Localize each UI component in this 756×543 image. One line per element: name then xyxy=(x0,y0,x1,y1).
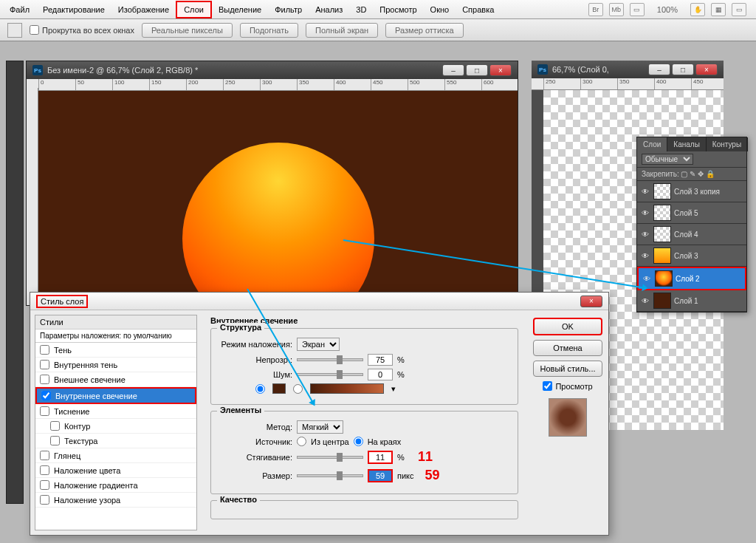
ruler-horizontal: 050100150200250300350400450500550600650 xyxy=(27,79,518,91)
tools-palette[interactable] xyxy=(6,61,24,504)
source-center-radio[interactable] xyxy=(297,437,306,446)
layer-thumb[interactable] xyxy=(653,205,671,221)
choke-input[interactable] xyxy=(368,451,393,464)
style-innershadow[interactable]: Внутренняя тень xyxy=(35,358,196,372)
ok-button[interactable]: OK xyxy=(533,318,602,335)
noise-slider[interactable] xyxy=(297,373,363,376)
minimize-icon[interactable]: – xyxy=(442,64,464,76)
size-slider[interactable] xyxy=(297,474,363,477)
cancel-button[interactable]: Отмена xyxy=(533,340,602,356)
visibility-icon[interactable]: 👁 xyxy=(640,250,650,261)
fit-btn[interactable]: Подогнать xyxy=(240,23,298,38)
fullscreen-btn[interactable]: Полный экран xyxy=(306,23,378,38)
menu-image[interactable]: Изображение xyxy=(111,2,176,17)
style-dropshadow[interactable]: Тень xyxy=(35,343,196,358)
newstyle-button[interactable]: Новый стиль... xyxy=(533,361,602,377)
bridge-icon[interactable]: Br xyxy=(588,3,603,16)
layer-thumb[interactable] xyxy=(655,270,673,287)
preview-swatch xyxy=(549,398,587,437)
tool-preset[interactable] xyxy=(7,23,22,38)
lock-move-icon[interactable]: ✥ xyxy=(698,170,704,178)
menu-view[interactable]: Просмотр xyxy=(373,2,423,17)
style-texture[interactable]: Текстура xyxy=(35,434,196,448)
screen-icon[interactable]: ▭ xyxy=(630,3,645,16)
menu-edit[interactable]: Редактирование xyxy=(36,2,111,17)
layers-panel: Слои Каналы Контуры Обычные Закрепить: ▢… xyxy=(636,137,747,313)
lock-paint-icon[interactable]: ✎ xyxy=(690,170,695,178)
layer-item-selected[interactable]: 👁Слой 2 xyxy=(637,267,746,290)
lock-row: Закрепить: ▢ ✎ ✥ 🔒 xyxy=(637,168,746,181)
source-edge-radio[interactable] xyxy=(354,437,363,446)
visibility-icon[interactable]: 👁 xyxy=(642,273,652,284)
color-radio[interactable] xyxy=(255,384,265,394)
menu-window[interactable]: Окно xyxy=(424,2,456,17)
opacity-input[interactable] xyxy=(368,354,393,366)
style-contour[interactable]: Контур xyxy=(35,419,196,434)
layer-item[interactable]: 👁Слой 4 xyxy=(637,224,746,245)
menu-layers[interactable]: Слои xyxy=(176,1,212,18)
close-icon[interactable]: × xyxy=(489,64,512,76)
layer-thumb[interactable] xyxy=(653,293,671,309)
layer-thumb[interactable] xyxy=(653,247,671,264)
lock-all-icon[interactable]: 🔒 xyxy=(706,170,715,178)
quality-legend: Качество xyxy=(217,495,260,504)
styles-header[interactable]: Стили xyxy=(35,315,196,329)
arrange-icon[interactable]: ▦ xyxy=(711,3,726,16)
gradient-picker[interactable] xyxy=(310,383,384,394)
technique-select[interactable]: Мягкий xyxy=(297,420,343,434)
dialog-title: Стиль слоя xyxy=(36,295,88,308)
menu-select[interactable]: Выделение xyxy=(212,2,268,17)
layer-thumb[interactable] xyxy=(653,226,671,242)
visibility-icon[interactable]: 👁 xyxy=(640,208,650,218)
maximize-icon[interactable]: □ xyxy=(672,64,694,75)
menu-3d[interactable]: 3D xyxy=(349,2,373,17)
tab-layers[interactable]: Слои xyxy=(637,137,667,151)
style-innerglow[interactable]: Внутреннее свечение xyxy=(35,387,196,404)
tab-paths[interactable]: Контуры xyxy=(707,137,748,151)
close-icon[interactable]: × xyxy=(580,296,602,307)
ruler-vertical xyxy=(27,88,38,305)
zoom-level[interactable]: 100% xyxy=(650,2,684,17)
canvas[interactable] xyxy=(38,91,518,305)
layer-thumb[interactable] xyxy=(653,183,671,199)
menu-file[interactable]: Файл xyxy=(3,2,36,17)
tab-channels[interactable]: Каналы xyxy=(667,137,707,151)
choke-slider[interactable] xyxy=(297,456,363,459)
blending-options[interactable]: Параметры наложения: по умолчанию xyxy=(35,329,196,343)
maximize-icon[interactable]: □ xyxy=(466,64,488,76)
hand-icon[interactable]: ✋ xyxy=(690,3,705,16)
visibility-icon[interactable]: 👁 xyxy=(640,229,650,239)
menu-help[interactable]: Справка xyxy=(456,2,501,17)
visibility-icon[interactable]: 👁 xyxy=(640,296,650,306)
gradient-radio[interactable] xyxy=(293,384,303,394)
color-swatch[interactable] xyxy=(272,383,286,394)
style-gradoverlay[interactable]: Наложение градиента xyxy=(35,478,196,493)
noise-input[interactable] xyxy=(368,369,393,380)
opacity-slider[interactable] xyxy=(297,358,363,361)
menu-filter[interactable]: Фильтр xyxy=(268,2,309,17)
mb-icon[interactable]: Mb xyxy=(609,3,624,16)
visibility-icon[interactable]: 👁 xyxy=(640,186,650,197)
style-outerglow[interactable]: Внешнее свечение xyxy=(35,372,196,387)
close-icon[interactable]: × xyxy=(695,64,718,75)
style-bevel[interactable]: Тиснение xyxy=(35,404,196,419)
printsize-btn[interactable]: Размер оттиска xyxy=(385,23,464,38)
layer-item[interactable]: 👁Слой 1 xyxy=(637,290,746,312)
style-coloroverlay[interactable]: Наложение цвета xyxy=(35,463,196,478)
layer-item[interactable]: 👁Слой 5 xyxy=(637,202,746,224)
size-input[interactable] xyxy=(368,469,393,482)
menu-analysis[interactable]: Анализ xyxy=(309,2,349,17)
scroll-all-check[interactable]: Прокрутка во всех окнах xyxy=(30,25,134,35)
minimize-icon[interactable]: – xyxy=(648,64,670,75)
preview-check[interactable] xyxy=(543,381,552,391)
style-patoverlay[interactable]: Наложение узора xyxy=(35,493,196,508)
workspace-icon[interactable]: ▭ xyxy=(732,3,746,16)
actual-pixels-btn[interactable]: Реальные пикселы xyxy=(142,23,233,38)
layer-item[interactable]: 👁Слой 3 xyxy=(637,245,746,267)
style-satin[interactable]: Глянец xyxy=(35,448,196,463)
layer-item[interactable]: 👁Слой 3 копия xyxy=(637,181,746,202)
lock-transparent-icon[interactable]: ▢ xyxy=(681,170,687,178)
blendmode-select[interactable]: Обычные xyxy=(642,154,693,165)
dropdown-icon[interactable]: ▾ xyxy=(391,384,396,394)
blendmode-select[interactable]: Экран xyxy=(297,338,340,351)
